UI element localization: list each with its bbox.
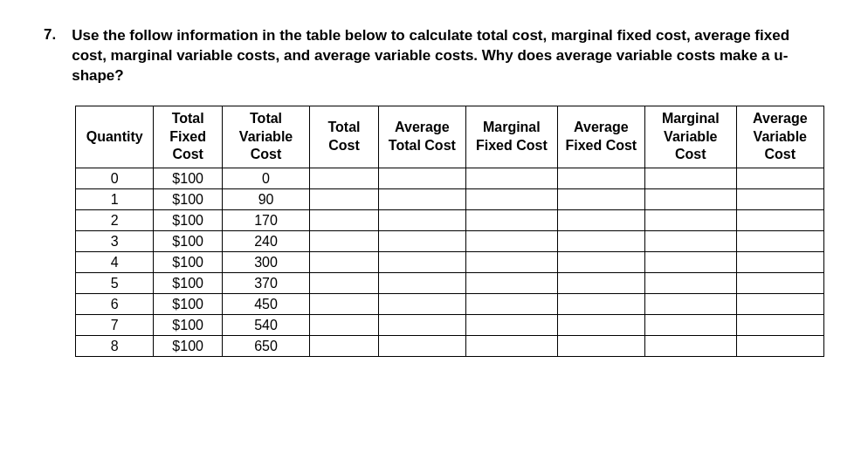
table-row: 0$1000	[76, 168, 824, 189]
table-row: 5$100370	[76, 273, 824, 294]
cell-afc	[557, 252, 644, 273]
question-block: 7. Use the follow information in the tab…	[44, 26, 824, 86]
cell-tc	[310, 315, 379, 336]
cell-mvc	[644, 315, 736, 336]
header-quantity: Quantity	[76, 106, 154, 168]
cost-table: Quantity Total Fixed Cost Total Variable…	[75, 106, 824, 357]
cell-atc	[378, 273, 465, 294]
cell-afc	[557, 210, 644, 231]
cell-atc	[378, 210, 465, 231]
header-total-fixed-cost: Total Fixed Cost	[154, 106, 223, 168]
cell-tc	[310, 252, 379, 273]
cell-qty: 3	[76, 231, 154, 252]
cell-atc	[378, 168, 465, 189]
cell-tfc: $100	[154, 315, 223, 336]
table-row: 6$100450	[76, 294, 824, 315]
cell-afc	[557, 315, 644, 336]
cell-tvc: 650	[222, 336, 309, 357]
cell-mfc	[466, 336, 558, 357]
header-average-variable-cost: Average Variable Cost	[736, 106, 823, 168]
cell-tvc: 240	[222, 231, 309, 252]
cell-atc	[378, 294, 465, 315]
cell-mfc	[466, 252, 558, 273]
cell-tvc: 370	[222, 273, 309, 294]
cell-mvc	[644, 336, 736, 357]
cell-tvc: 90	[222, 189, 309, 210]
cell-tvc: 170	[222, 210, 309, 231]
cell-tfc: $100	[154, 210, 223, 231]
cell-qty: 0	[76, 168, 154, 189]
cell-afc	[557, 273, 644, 294]
cell-avc	[736, 252, 823, 273]
cell-tc	[310, 168, 379, 189]
cell-tvc: 540	[222, 315, 309, 336]
cell-mfc	[466, 231, 558, 252]
cell-tc	[310, 210, 379, 231]
cell-tc	[310, 231, 379, 252]
cell-tfc: $100	[154, 294, 223, 315]
cell-tfc: $100	[154, 273, 223, 294]
cell-mfc	[466, 189, 558, 210]
cell-tvc: 0	[222, 168, 309, 189]
table-row: 7$100540	[76, 315, 824, 336]
cell-avc	[736, 210, 823, 231]
table-row: 4$100300	[76, 252, 824, 273]
cell-mfc	[466, 294, 558, 315]
cell-tc	[310, 294, 379, 315]
cell-mvc	[644, 231, 736, 252]
cell-avc	[736, 336, 823, 357]
header-total-variable-cost: Total Variable Cost	[222, 106, 309, 168]
cell-avc	[736, 273, 823, 294]
cell-tc	[310, 336, 379, 357]
cell-tvc: 300	[222, 252, 309, 273]
cell-qty: 1	[76, 189, 154, 210]
cell-atc	[378, 315, 465, 336]
cell-tfc: $100	[154, 252, 223, 273]
cell-tfc: $100	[154, 336, 223, 357]
question-text: Use the follow information in the table …	[72, 26, 824, 86]
cell-afc	[557, 336, 644, 357]
cell-afc	[557, 231, 644, 252]
cell-avc	[736, 294, 823, 315]
cell-qty: 4	[76, 252, 154, 273]
cell-avc	[736, 189, 823, 210]
cell-tfc: $100	[154, 168, 223, 189]
cell-afc	[557, 189, 644, 210]
cell-afc	[557, 294, 644, 315]
table-row: 2$100170	[76, 210, 824, 231]
cell-atc	[378, 189, 465, 210]
cell-tfc: $100	[154, 189, 223, 210]
cell-atc	[378, 231, 465, 252]
table-body: 0$10001$100902$1001703$1002404$1003005$1…	[76, 168, 824, 357]
header-average-fixed-cost: Average Fixed Cost	[557, 106, 644, 168]
header-total-cost: Total Cost	[310, 106, 379, 168]
header-marginal-fixed-cost: Marginal Fixed Cost	[466, 106, 558, 168]
cell-qty: 2	[76, 210, 154, 231]
cell-atc	[378, 336, 465, 357]
cell-mfc	[466, 210, 558, 231]
cell-tvc: 450	[222, 294, 309, 315]
cell-qty: 5	[76, 273, 154, 294]
table-row: 8$100650	[76, 336, 824, 357]
cell-tc	[310, 189, 379, 210]
cell-qty: 8	[76, 336, 154, 357]
cell-mfc	[466, 315, 558, 336]
header-average-total-cost: Average Total Cost	[378, 106, 465, 168]
cell-avc	[736, 315, 823, 336]
cell-mvc	[644, 273, 736, 294]
cell-mvc	[644, 168, 736, 189]
cell-mvc	[644, 189, 736, 210]
cell-mvc	[644, 210, 736, 231]
cell-avc	[736, 168, 823, 189]
header-marginal-variable-cost: Marginal Variable Cost	[644, 106, 736, 168]
cell-atc	[378, 252, 465, 273]
cell-mfc	[466, 273, 558, 294]
cell-afc	[557, 168, 644, 189]
table-row: 3$100240	[76, 231, 824, 252]
table-row: 1$10090	[76, 189, 824, 210]
cell-tfc: $100	[154, 231, 223, 252]
cell-qty: 6	[76, 294, 154, 315]
cell-mvc	[644, 294, 736, 315]
table-header-row: Quantity Total Fixed Cost Total Variable…	[76, 106, 824, 168]
cell-qty: 7	[76, 315, 154, 336]
